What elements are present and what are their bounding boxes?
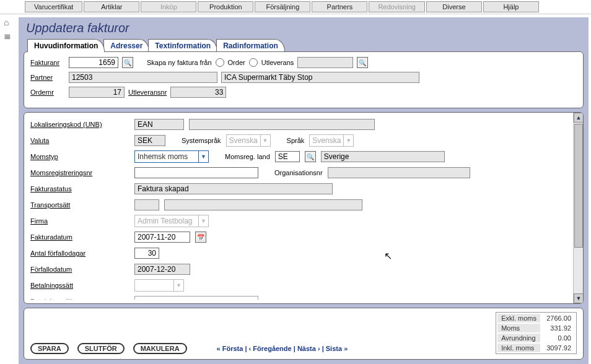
forfallodagar-label: Antal förfallodagar xyxy=(30,249,129,257)
calendar-icon[interactable]: 📅 xyxy=(195,232,206,243)
exkl-value: 2766.00 xyxy=(541,314,575,323)
form-tabs: Huvudinformation Adresser Textinformatio… xyxy=(27,39,584,52)
firma-value: Admin Testbolag xyxy=(138,217,193,225)
header-panel: Fakturanr 🔍 Skapa ny faktura från Order … xyxy=(24,51,584,108)
partner-code-input[interactable] xyxy=(69,72,217,83)
nav-sep: | xyxy=(243,345,248,352)
tab-adresser[interactable]: Adresser xyxy=(103,39,149,52)
content-area: Uppdatera fakturor Huvudinformation Adre… xyxy=(19,17,589,364)
fakturadatum-input[interactable] xyxy=(134,232,190,243)
scroll-down-icon[interactable]: ▼ xyxy=(574,293,584,303)
top-tab-produktion[interactable]: Produktion xyxy=(198,1,253,12)
nav-last[interactable]: Sista » xyxy=(326,345,348,352)
exkl-label: Exkl. moms xyxy=(497,314,540,323)
avrund-value: 0.00 xyxy=(541,334,575,342)
transport-name-input xyxy=(164,199,362,210)
utleveransnr-input xyxy=(170,87,226,98)
transport-code-input[interactable] xyxy=(134,199,159,210)
fakturastatus-label: Fakturastatus xyxy=(30,185,129,193)
record-nav: « Första | ‹ Föregående | Nästa › | Sist… xyxy=(217,345,348,352)
inkl-label: Inkl. moms xyxy=(497,344,540,352)
tab-textinformation[interactable]: Textinformation xyxy=(148,39,217,52)
utleverans-label: Utleverans xyxy=(261,59,294,66)
transport-label: Transportsätt xyxy=(30,201,129,209)
forfallodagar-input[interactable] xyxy=(134,248,159,259)
utleverans-input[interactable] xyxy=(297,57,353,68)
momsreg-land-input[interactable] xyxy=(275,151,300,162)
home-icon[interactable]: ⌂ xyxy=(4,17,11,27)
momsreg-land-label: Momsreg. land xyxy=(225,153,270,160)
top-menu: Varucertifikat Artiklar Inköp Produktion… xyxy=(0,0,591,14)
top-tab-varucertifikat[interactable]: Varucertifikat xyxy=(25,1,82,12)
forfallodatum-input xyxy=(134,264,190,275)
top-tab-artiklar[interactable]: Artiklar xyxy=(84,1,139,12)
top-tab-redovisning: Redovisning xyxy=(369,1,425,12)
scroll-up-icon[interactable]: ▲ xyxy=(574,113,584,123)
top-tab-partners[interactable]: Partners xyxy=(312,1,367,12)
fakturastatus-input xyxy=(134,183,333,194)
top-tab-diverse[interactable]: Diverse xyxy=(426,1,482,12)
betalningsvillkor-label: Betalningsvillkor xyxy=(30,298,129,300)
scroll-thumb[interactable] xyxy=(574,124,583,248)
momsreg-search-icon[interactable]: 🔍 xyxy=(305,151,316,162)
valuta-input[interactable] xyxy=(134,135,165,146)
systemsprak-label: Systemspråk xyxy=(182,137,221,144)
skapa-label: Skapa ny faktura från xyxy=(147,59,212,66)
chevron-down-icon[interactable]: ▼ xyxy=(173,280,183,291)
tab-radinformation[interactable]: Radinformation xyxy=(216,39,285,52)
fakturanr-search-icon[interactable]: 🔍 xyxy=(122,57,133,68)
tab-huvudinformation[interactable]: Huvudinformation xyxy=(27,39,105,52)
nav-prev[interactable]: ‹ Föregående xyxy=(249,345,292,352)
top-tab-inkop: Inköp xyxy=(141,1,196,12)
order-label: Order xyxy=(228,59,245,66)
chevron-down-icon: ▼ xyxy=(343,135,353,146)
fakturadatum-label: Fakturadatum xyxy=(30,233,129,241)
finish-button[interactable]: SLUTFÖR xyxy=(77,343,125,354)
lokalisering-extra-input[interactable] xyxy=(189,119,375,130)
systemsprak-select: Svenska▼ xyxy=(226,134,271,147)
forfallodatum-label: Förfallodatum xyxy=(30,266,129,273)
momsregnr-label: Momsregistreringsnr xyxy=(30,169,129,176)
momstyp-value: Inhemsk moms xyxy=(138,152,188,161)
lokalisering-label: Lokaliseringskod (UNB) xyxy=(30,121,129,128)
partner-label: Partner xyxy=(30,74,65,81)
partner-name-input xyxy=(221,72,419,83)
betalningssatt-label: Betalningssätt xyxy=(30,282,129,289)
ordernr-input xyxy=(69,87,125,98)
form-scroll-area: Lokaliseringskod (UNB) Valuta Systemsprå… xyxy=(30,116,579,300)
list-icon[interactable]: ≣ xyxy=(4,31,11,41)
moms-value: 331.92 xyxy=(541,324,575,332)
fakturanr-input[interactable] xyxy=(69,57,118,68)
momsregnr-input[interactable] xyxy=(134,167,258,178)
sprak-value: Svenska xyxy=(312,136,341,145)
ordernr-label: Ordernr xyxy=(30,89,65,96)
save-button[interactable]: SPARA xyxy=(30,343,69,354)
cancel-button[interactable]: MAKULERA xyxy=(133,343,187,354)
systemsprak-value: Svenska xyxy=(229,136,258,145)
utleverans-search-icon[interactable]: 🔍 xyxy=(357,57,368,68)
betalningssatt-select[interactable]: ▼ xyxy=(134,279,184,292)
totals-table: Exkl. moms2766.00 Moms331.92 Avrundning0… xyxy=(496,312,577,354)
nav-next[interactable]: Nästa › xyxy=(297,345,320,352)
radio-order[interactable] xyxy=(216,58,224,67)
radio-utleverans[interactable] xyxy=(249,58,258,67)
scrollbar[interactable]: ▲ ▼ xyxy=(573,113,583,303)
orgnr-label: Organisationsnr xyxy=(274,169,323,176)
valuta-label: Valuta xyxy=(30,137,129,144)
top-tab-forsaljning[interactable]: Försäljning xyxy=(255,1,310,12)
chevron-down-icon[interactable]: ▼ xyxy=(198,151,208,162)
momstyp-select[interactable]: Inhemsk moms▼ xyxy=(134,150,209,163)
chevron-down-icon: ▼ xyxy=(260,135,270,146)
lokalisering-input[interactable] xyxy=(134,119,184,130)
nav-first[interactable]: « Första xyxy=(217,345,243,352)
orgnr-input[interactable] xyxy=(328,167,470,178)
avrund-label: Avrundning xyxy=(497,334,540,342)
footer-panel: SPARA SLUTFÖR MAKULERA « Första | ‹ Före… xyxy=(24,308,584,360)
nav-sep: | xyxy=(320,345,326,352)
top-tab-hjalp[interactable]: Hjälp xyxy=(483,1,539,12)
inkl-value: 3097.92 xyxy=(541,344,575,352)
chevron-down-icon: ▼ xyxy=(198,215,208,227)
momstyp-label: Momstyp xyxy=(30,153,129,160)
firma-select: Admin Testbolag▼ xyxy=(134,215,209,227)
betalningsvillkor-input[interactable] xyxy=(134,296,258,300)
